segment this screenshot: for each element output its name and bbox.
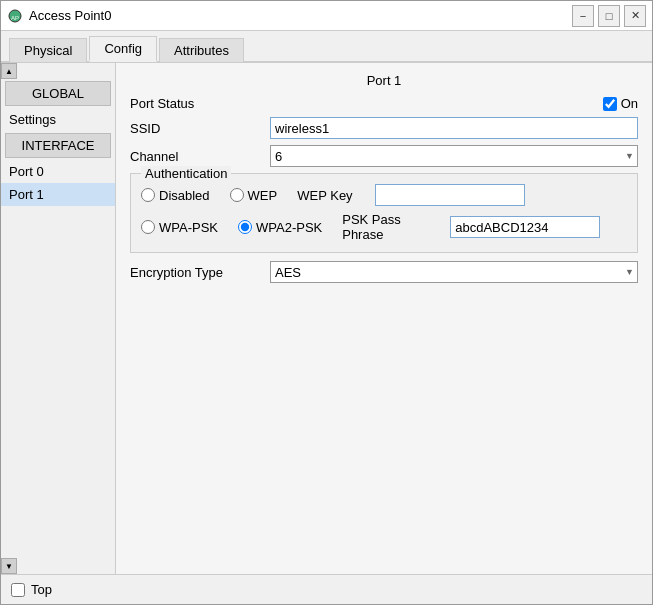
ssid-label: SSID bbox=[130, 121, 270, 136]
auth-disabled-label: Disabled bbox=[159, 188, 210, 203]
maximize-button[interactable]: □ bbox=[598, 5, 620, 27]
bottom-bar: Top bbox=[1, 574, 652, 604]
svg-text:AP: AP bbox=[11, 15, 19, 21]
auth-disabled-option[interactable]: Disabled bbox=[141, 188, 210, 203]
sidebar: ▲ GLOBAL Settings INTERFACE Port 0 Port … bbox=[1, 63, 116, 574]
window-title: Access Point0 bbox=[29, 8, 111, 23]
encryption-type-select-wrapper: AES TKIP bbox=[270, 261, 638, 283]
title-bar-left: AP Access Point0 bbox=[7, 8, 111, 24]
sidebar-scroll-up[interactable]: ▲ bbox=[1, 63, 17, 79]
auth-row-1: Disabled WEP WEP Key bbox=[141, 184, 627, 206]
channel-row: Channel 6 1 2 3 4 5 7 8 9 10 11 bbox=[130, 145, 638, 167]
app-icon: AP bbox=[7, 8, 23, 24]
sidebar-item-settings[interactable]: Settings bbox=[1, 108, 115, 131]
port-title: Port 1 bbox=[130, 73, 638, 88]
auth-row-2: WPA-PSK WPA2-PSK PSK Pass Phrase bbox=[141, 212, 627, 242]
auth-wpa2-psk-radio[interactable] bbox=[238, 220, 252, 234]
channel-select[interactable]: 6 1 2 3 4 5 7 8 9 10 11 bbox=[270, 145, 638, 167]
close-button[interactable]: ✕ bbox=[624, 5, 646, 27]
main-panel: Port 1 Port Status On SSID Channel bbox=[116, 63, 652, 574]
auth-wpa2-psk-option[interactable]: WPA2-PSK bbox=[238, 220, 322, 235]
sidebar-item-port1[interactable]: Port 1 bbox=[1, 183, 115, 206]
wep-key-input[interactable] bbox=[375, 184, 525, 206]
auth-wpa-psk-radio[interactable] bbox=[141, 220, 155, 234]
tab-physical[interactable]: Physical bbox=[9, 38, 87, 62]
auth-wpa2-psk-label: WPA2-PSK bbox=[256, 220, 322, 235]
top-checkbox[interactable] bbox=[11, 583, 25, 597]
psk-pass-phrase-label: PSK Pass Phrase bbox=[342, 212, 442, 242]
ssid-input[interactable] bbox=[270, 117, 638, 139]
channel-label: Channel bbox=[130, 149, 270, 164]
tab-attributes[interactable]: Attributes bbox=[159, 38, 244, 62]
encryption-type-select[interactable]: AES TKIP bbox=[270, 261, 638, 283]
auth-disabled-radio[interactable] bbox=[141, 188, 155, 202]
ssid-row: SSID bbox=[130, 117, 638, 139]
title-bar: AP Access Point0 − □ ✕ bbox=[1, 1, 652, 31]
channel-select-wrapper: 6 1 2 3 4 5 7 8 9 10 11 bbox=[270, 145, 638, 167]
wep-key-row: WEP Key bbox=[297, 184, 525, 206]
auth-options: Disabled WEP WEP Key bbox=[141, 184, 627, 242]
port-status-checkbox[interactable] bbox=[603, 97, 617, 111]
bottom-checkbox-row: Top bbox=[11, 582, 52, 597]
psk-pass-phrase-input[interactable] bbox=[450, 216, 600, 238]
sidebar-scroll: GLOBAL Settings INTERFACE Port 0 Port 1 bbox=[1, 79, 115, 558]
auth-wep-label: WEP bbox=[248, 188, 278, 203]
encryption-type-label: Encryption Type bbox=[130, 265, 270, 280]
auth-group-title: Authentication bbox=[141, 166, 231, 181]
tab-config[interactable]: Config bbox=[89, 36, 157, 62]
auth-wpa-psk-label: WPA-PSK bbox=[159, 220, 218, 235]
port-status-on-label: On bbox=[621, 96, 638, 111]
authentication-group: Authentication Disabled WEP WEP bbox=[130, 173, 638, 253]
ssid-control bbox=[270, 117, 638, 139]
encryption-type-row: Encryption Type AES TKIP bbox=[130, 261, 638, 283]
minimize-button[interactable]: − bbox=[572, 5, 594, 27]
sidebar-item-port0[interactable]: Port 0 bbox=[1, 160, 115, 183]
tab-bar: Physical Config Attributes bbox=[1, 31, 652, 63]
sidebar-item-global[interactable]: GLOBAL bbox=[5, 81, 111, 106]
port-status-label: Port Status bbox=[130, 96, 603, 111]
auth-wep-option[interactable]: WEP bbox=[230, 188, 278, 203]
port-status-right: On bbox=[603, 96, 638, 111]
sidebar-item-interface[interactable]: INTERFACE bbox=[5, 133, 111, 158]
auth-wpa-psk-option[interactable]: WPA-PSK bbox=[141, 220, 218, 235]
title-buttons: − □ ✕ bbox=[572, 5, 646, 27]
wep-key-label: WEP Key bbox=[297, 188, 367, 203]
window: AP Access Point0 − □ ✕ Physical Config A… bbox=[0, 0, 653, 605]
content-area: ▲ GLOBAL Settings INTERFACE Port 0 Port … bbox=[1, 63, 652, 574]
sidebar-scroll-down[interactable]: ▼ bbox=[1, 558, 17, 574]
top-checkbox-label: Top bbox=[31, 582, 52, 597]
auth-wep-radio[interactable] bbox=[230, 188, 244, 202]
port-status-row: Port Status On bbox=[130, 96, 638, 111]
psk-row: PSK Pass Phrase bbox=[342, 212, 600, 242]
